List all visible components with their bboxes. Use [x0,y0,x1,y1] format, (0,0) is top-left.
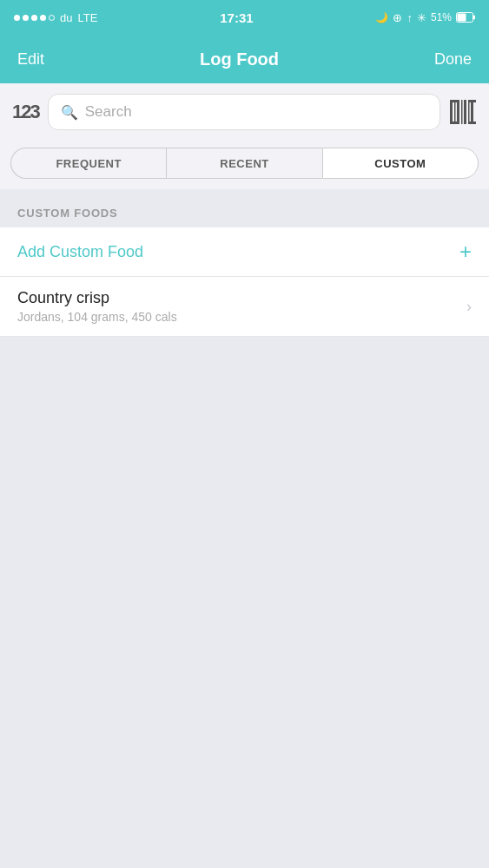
status-right: 🌙 ⊕ ↑ ✳ 51% [375,11,475,24]
add-icon: + [459,240,472,264]
svg-rect-1 [473,16,475,20]
arrow-icon: ↑ [406,11,413,24]
svg-rect-5 [457,100,459,124]
battery-label: 51% [431,11,452,23]
search-row: 123 🔍 Search [0,83,489,141]
svg-rect-8 [468,100,470,124]
header: Edit Log Food Done [0,35,489,83]
svg-rect-10 [450,100,457,102]
food-item-row[interactable]: Country crisp Jordans, 104 grams, 450 ca… [0,277,489,337]
svg-rect-13 [469,122,476,124]
chevron-right-icon: › [466,298,472,316]
food-info: Country crisp Jordans, 104 grams, 450 ca… [17,289,458,324]
page-title: Log Food [200,49,279,69]
svg-rect-4 [454,100,456,124]
food-list: Add Custom Food + Country crisp Jordans,… [0,227,489,337]
tab-frequent[interactable]: FREQUENT [10,148,166,179]
segmented-control: FREQUENT RECENT CUSTOM [0,141,489,189]
tab-custom[interactable]: CUSTOM [322,148,479,179]
search-icon: 🔍 [61,104,78,121]
add-custom-food-row[interactable]: Add Custom Food + [0,227,489,277]
signal-dot-1 [14,15,20,21]
status-bar: du LTE 17:31 🌙 ⊕ ↑ ✳ 51% [0,0,489,35]
svg-rect-12 [469,100,476,102]
svg-rect-2 [457,14,466,22]
barcode-icon [449,98,477,126]
svg-rect-9 [471,100,473,124]
tab-recent[interactable]: RECENT [166,148,321,179]
status-left: du LTE [14,11,97,24]
battery-icon [456,12,475,23]
section-header: CUSTOM FOODS [0,189,489,227]
search-input[interactable]: Search [85,103,427,121]
barcode-button[interactable] [449,98,477,126]
time-label: 17:31 [220,10,253,25]
svg-rect-3 [450,100,453,124]
signal-dot-4 [40,15,46,21]
svg-rect-6 [461,100,463,124]
location-icon: ⊕ [393,11,402,24]
edit-button[interactable]: Edit [17,50,44,69]
done-button[interactable]: Done [434,50,472,69]
numeric-keyboard-button[interactable]: 123 [12,101,39,123]
signal-dots [14,15,55,21]
network-label: LTE [77,11,97,24]
search-bar[interactable]: 🔍 Search [48,94,440,130]
food-name: Country crisp [17,289,458,307]
add-custom-food-label: Add Custom Food [17,243,143,261]
svg-rect-11 [450,122,457,124]
moon-icon: 🌙 [375,11,388,23]
signal-dot-3 [31,15,37,21]
svg-rect-7 [464,100,466,124]
signal-dot-2 [23,15,29,21]
carrier-label: du [60,11,72,24]
signal-dot-5 [49,15,55,21]
food-details: Jordans, 104 grams, 450 cals [17,310,458,324]
bluetooth-icon: ✳ [417,11,426,24]
section-label: CUSTOM FOODS [17,207,118,220]
empty-area [0,337,489,736]
